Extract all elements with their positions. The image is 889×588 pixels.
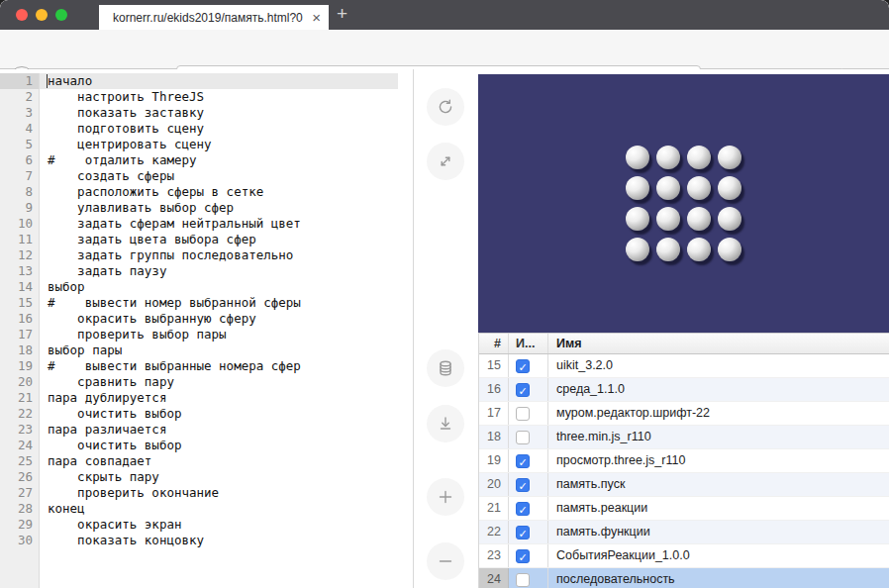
sphere[interactable] [626,238,649,261]
table-row[interactable]: 16✓среда_1.1.0 [479,378,889,402]
checkbox-cell: ✓ [509,497,548,520]
code-line[interactable]: 4 подготовить сцену [0,121,413,137]
table-row[interactable]: 21✓память.реакции [479,497,889,521]
sphere[interactable] [718,176,741,200]
editor-lines: 1начало2 настроить ThreeJS3 показать зас… [0,73,413,548]
table-row[interactable]: 19✓просмотр.three.js_r110 [479,449,889,473]
code-line[interactable]: 1начало [0,73,413,89]
code-line[interactable]: 27 проверить окончание [0,485,413,501]
checkbox-cell: ✓ [509,378,548,401]
sphere[interactable] [687,176,711,200]
line-number: 8 [0,184,40,200]
table-row[interactable]: 23✓СобытияРеакции_1.0.0 [479,544,889,568]
code-line[interactable]: 28конец [0,501,413,517]
expand-button[interactable] [427,143,464,180]
code-line[interactable]: 14выбор [0,279,413,295]
sphere[interactable] [687,146,711,169]
sphere[interactable] [656,238,680,261]
line-number: 25 [0,453,40,469]
code-line[interactable]: 25пара совпадает [0,453,413,469]
code-line[interactable]: 2 настроить ThreeJS [0,89,413,105]
tab-close-icon[interactable]: × [306,10,321,25]
code-line[interactable]: 13 задать паузу [0,263,413,279]
download-button[interactable] [427,405,464,442]
sphere[interactable] [656,146,680,169]
code-line[interactable]: 24 очистить выбор [0,438,413,453]
browser-tab[interactable]: kornerr.ru/ekids2019/память.html?0 × [99,5,329,30]
code-line[interactable]: 3 показать заставку [0,105,413,121]
code-text: начало [40,73,398,89]
code-line[interactable]: 23пара различается [0,422,413,438]
code-text: проверить окончание [40,485,398,501]
checkbox-checked[interactable]: ✓ [516,359,530,373]
database-button[interactable] [427,349,464,387]
code-line[interactable]: 21пара дублируется [0,390,413,406]
code-line[interactable]: 8 расположить сферы в сетке [0,184,413,200]
code-line[interactable]: 12 задать группы последовательно [0,247,413,263]
sphere[interactable] [687,238,711,261]
code-text: расположить сферы в сетке [40,184,398,200]
code-line[interactable]: 26 скрыть пару [0,469,413,485]
sphere[interactable] [626,176,649,200]
zoom-window-button[interactable] [55,9,67,21]
code-line[interactable]: 15# вывести номер выбранной сферы [0,295,413,311]
code-line[interactable]: 5 центрировать сцену [0,137,413,152]
minus-button[interactable] [427,542,464,580]
threejs-canvas[interactable] [478,74,889,333]
sphere[interactable] [656,176,680,200]
code-line[interactable]: 11 задать цвета выбора сфер [0,232,413,247]
sphere[interactable] [687,207,711,231]
checkbox-checked[interactable]: ✓ [516,526,530,539]
code-line[interactable]: 6# отдалить камеру [0,152,413,168]
code-text: пара совпадает [40,453,398,469]
checkbox-cell: ✓ [509,354,548,377]
table-row[interactable]: 18three.min.js_r110 [479,426,889,449]
code-line[interactable]: 30 показать концовку [0,533,413,548]
module-name: uikit_3.2.0 [548,354,889,377]
code-line[interactable]: 7 создать сферы [0,168,413,184]
header-used[interactable]: И... [509,334,548,353]
header-name[interactable]: Имя [548,334,889,353]
reload-scene-button[interactable] [427,88,464,126]
line-number: 16 [0,311,40,327]
close-window-button[interactable] [16,9,28,21]
checkbox-unchecked[interactable] [516,431,530,444]
plus-button[interactable] [427,478,464,516]
code-line[interactable]: 19# вывести выбранные номера сфер [0,358,413,374]
code-line[interactable]: 16 окрасить выбранную сферу [0,311,413,327]
code-line[interactable]: 17 проверить выбор пары [0,327,413,343]
sphere[interactable] [718,207,741,231]
checkbox-unchecked[interactable] [516,407,530,421]
checkbox-checked[interactable]: ✓ [516,383,530,397]
module-name: последовательность [548,568,889,588]
line-number: 15 [0,295,40,311]
checkbox-checked[interactable]: ✓ [516,549,530,563]
checkbox-checked[interactable]: ✓ [516,502,530,516]
sphere[interactable] [656,207,680,231]
sphere[interactable] [626,146,649,169]
code-line[interactable]: 20 сравнить пару [0,374,413,390]
table-row[interactable]: 17муром.редактор.шрифт-22 [479,402,889,426]
checkbox-checked[interactable]: ✓ [516,454,530,468]
line-number: 7 [0,168,40,184]
sphere[interactable] [626,207,649,231]
code-editor[interactable]: 1начало2 настроить ThreeJS3 показать зас… [0,69,414,588]
code-line[interactable]: 29 окрасить экран [0,517,413,533]
new-tab-button[interactable]: + [337,3,347,25]
module-name: просмотр.three.js_r110 [548,449,889,472]
table-row[interactable]: 22✓память.функции [479,521,889,544]
checkbox-checked[interactable]: ✓ [516,478,530,492]
code-text: скрыть пару [40,469,398,485]
code-line[interactable]: 18выбор пары [0,343,413,358]
code-line[interactable]: 9 улавливать выбор сфер [0,200,413,216]
code-line[interactable]: 10 задать сферам нейтральный цвет [0,216,413,232]
table-row[interactable]: 15✓uikit_3.2.0 [479,354,889,378]
code-line[interactable]: 22 очистить выбор [0,406,413,422]
checkbox-unchecked[interactable] [516,573,530,587]
header-number[interactable]: # [479,334,509,353]
table-row[interactable]: 24последовательность [479,568,889,588]
sphere[interactable] [718,146,741,169]
table-row[interactable]: 20✓память.пуск [479,473,889,497]
minimize-window-button[interactable] [36,9,48,21]
sphere[interactable] [718,238,741,261]
